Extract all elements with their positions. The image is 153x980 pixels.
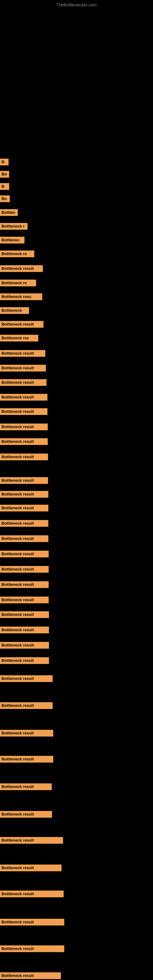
- bottleneck-bar[interactable]: Bottleneck result: [0, 611, 49, 618]
- bottleneck-bar[interactable]: Bottleneck result: [0, 675, 53, 682]
- bottleneck-bar[interactable]: Bottleneck res: [0, 335, 38, 342]
- bottleneck-bar[interactable]: Bottleneck result: [0, 730, 53, 737]
- bottleneck-bar[interactable]: Bottleneck result: [0, 702, 53, 709]
- bottleneck-bar[interactable]: Bottleneck result: [0, 491, 48, 498]
- site-title: TheBottlenecker.com: [0, 0, 153, 9]
- bottleneck-bar[interactable]: Bottleneck result: [0, 365, 46, 371]
- bottleneck-bar[interactable]: Bottleneck result: [0, 756, 53, 762]
- bottleneck-bar[interactable]: Bottleneck result: [0, 535, 48, 542]
- bottleneck-bar[interactable]: Bottleneck result: [0, 566, 49, 573]
- bottleneck-bar[interactable]: Bottleneck result: [0, 423, 48, 430]
- bottleneck-bar[interactable]: Bottleneck result: [0, 865, 62, 871]
- bottleneck-bar[interactable]: Bottleneck result: [0, 379, 46, 386]
- bottleneck-bar[interactable]: Bottleneck result: [0, 642, 49, 649]
- bottleneck-bar[interactable]: Bottleneck result: [0, 945, 64, 952]
- bottleneck-bar[interactable]: Bottleneck result: [0, 550, 49, 557]
- bottleneck-bar[interactable]: Bottleneck result: [0, 438, 48, 445]
- bottleneck-bar[interactable]: Bottleneck result: [0, 657, 49, 664]
- bottleneck-bar[interactable]: Bottlen: [0, 209, 18, 216]
- bottleneck-bar[interactable]: B: [0, 159, 9, 165]
- bottleneck-bar[interactable]: Bottleneck result: [0, 837, 63, 844]
- bottleneck-bar[interactable]: Bottleneck resu: [0, 293, 42, 300]
- bottleneck-bar[interactable]: Bottleneck result: [0, 520, 48, 527]
- bottleneck-bar[interactable]: Bottleneck result: [0, 597, 49, 603]
- bottleneck-bar[interactable]: Bo: [0, 196, 10, 202]
- bottleneck-bar[interactable]: Bottleneck result: [0, 394, 48, 401]
- bottleneck-bar[interactable]: Bottleneck re: [0, 280, 36, 286]
- bottleneck-bar[interactable]: Bottleneck re: [0, 250, 34, 257]
- bottleneck-bar[interactable]: Bottleneck result: [0, 408, 48, 415]
- bottleneck-bar[interactable]: Bottleneck result: [0, 477, 48, 484]
- bottleneck-bar[interactable]: Bo: [0, 171, 9, 178]
- bottleneck-bar[interactable]: Bottleneck r: [0, 223, 27, 230]
- bottleneck-bar[interactable]: Bottleneck result: [0, 972, 61, 979]
- bottleneck-bar[interactable]: Bottleneck result: [0, 783, 52, 790]
- bottleneck-bar[interactable]: Bottleneck result: [0, 627, 49, 633]
- bottleneck-bar[interactable]: Bottleneck result: [0, 811, 52, 818]
- bottleneck-bar[interactable]: Bottleneck result: [0, 350, 45, 357]
- bottleneck-bar[interactable]: Bottleneck result: [0, 505, 48, 511]
- bottleneck-bar[interactable]: B: [0, 183, 9, 190]
- bottleneck-bar[interactable]: Bottleneck result: [0, 321, 43, 328]
- bottleneck-bar[interactable]: Bottleneck result: [0, 891, 64, 897]
- bottleneck-bar[interactable]: Bottleneck result: [0, 581, 49, 588]
- bottleneck-bar[interactable]: Bottleneck result: [0, 265, 43, 272]
- bottleneck-bar[interactable]: Bottleneck result: [0, 453, 48, 460]
- bottleneck-bar[interactable]: Bottleneck: [0, 307, 29, 314]
- bottleneck-bar[interactable]: Bottlenec: [0, 237, 24, 243]
- bottleneck-bar[interactable]: Bottleneck result: [0, 919, 64, 926]
